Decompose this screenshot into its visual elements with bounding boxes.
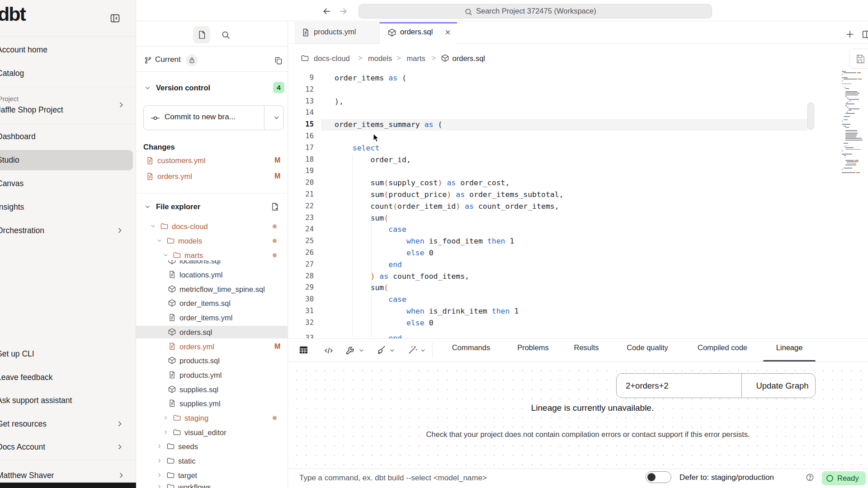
console-tab-commands[interactable]: Commands: [452, 339, 490, 357]
editor-tab-products.yml[interactable]: products.yml: [295, 22, 380, 44]
tree-item-staging[interactable]: staging: [136, 412, 288, 424]
new-file-icon[interactable]: [270, 202, 279, 211]
tree-item-supplies.sql[interactable]: supplies.sql: [136, 383, 288, 396]
minimap-line: [845, 113, 855, 114]
defer-label: Defer to: staging/production: [679, 473, 774, 482]
tree-item-marts[interactable]: marts: [136, 249, 288, 262]
sql-icon: [168, 356, 176, 365]
split-editor-icon[interactable]: [862, 29, 868, 39]
tree-item-target[interactable]: target: [136, 469, 288, 482]
tree-item-label: static: [178, 457, 196, 465]
save-button[interactable]: [849, 49, 868, 69]
file-explorer-header[interactable]: File explorer: [156, 202, 200, 211]
code-line: end: [335, 333, 402, 338]
tree-item-metricflow_time_spine.sql[interactable]: metricflow_time_spine.sql: [136, 283, 288, 296]
changed-file-row[interactable]: orders.ymlM: [136, 171, 288, 184]
tree-item-static[interactable]: static: [136, 455, 288, 467]
help-icon[interactable]: [806, 473, 814, 482]
breadcrumb-segment[interactable]: marts: [407, 54, 425, 63]
tree-item-label: order_items.sql: [179, 299, 231, 308]
changed-file-row[interactable]: customers.ymlM: [136, 155, 288, 169]
tree-item-seeds[interactable]: seeds: [136, 440, 288, 453]
sidebar-item-orchestration[interactable]: Orchestration: [0, 221, 136, 239]
sidebar-item-dashboard[interactable]: Dashboard: [0, 127, 136, 145]
chevron-down-icon[interactable]: [389, 347, 396, 354]
code-line: ),: [335, 96, 344, 108]
tree-item-orders.yml[interactable]: orders.ymlM: [136, 340, 288, 353]
code-line: ) as count_food_items,: [335, 271, 469, 282]
branch-name[interactable]: Current: [155, 55, 181, 64]
minimap-line: [842, 74, 843, 75]
version-control-header[interactable]: Version control: [156, 84, 210, 92]
table-icon[interactable]: [298, 345, 309, 355]
tree-item-label: docs-cloud: [172, 222, 208, 231]
tree-item-products.sql[interactable]: products.sql: [136, 354, 288, 367]
lineage-selector-input[interactable]: 2+orders+2: [626, 381, 669, 391]
sidebar-item-insights[interactable]: Insights: [0, 198, 136, 216]
breadcrumb-segment[interactable]: models: [368, 54, 392, 63]
commit-button[interactable]: Commit to new bra...: [143, 105, 284, 130]
editor-tab-orders.sql[interactable]: orders.sql: [380, 22, 457, 44]
breadcrumb-file[interactable]: orders.sql: [453, 54, 485, 63]
tree-item-order_items.sql[interactable]: order_items.sql: [136, 297, 288, 310]
chevron-down-icon[interactable]: [358, 347, 365, 354]
sidebar-project-name[interactable]: Jaffle Shop Project: [0, 101, 136, 119]
scrollbar-thumb[interactable]: [807, 103, 814, 130]
tree-item-visual_editor[interactable]: visual_editor: [136, 426, 288, 439]
console-tab-lineage[interactable]: Lineage: [776, 339, 803, 357]
line-number: 25: [288, 235, 314, 247]
sidebar-item-set-up-cli[interactable]: Set up CLI: [0, 345, 136, 363]
magic-wand-icon[interactable]: [407, 345, 418, 355]
commit-icon: [151, 113, 160, 123]
tree-item-locations.yml[interactable]: locations.yml: [136, 268, 288, 281]
wrench-icon[interactable]: [345, 345, 356, 355]
sidebar-item-ask-support-assistant[interactable]: Ask support assistant: [0, 391, 136, 409]
code-editor[interactable]: 9order_items as (1213),1415order_items_s…: [288, 68, 868, 338]
console-tab-results[interactable]: Results: [574, 339, 599, 357]
tree-item-workflows[interactable]: workflows: [136, 481, 288, 488]
sidebar-item-catalog[interactable]: Catalog: [0, 64, 136, 82]
command-input[interactable]: Type a command, ex. dbt build --select <…: [299, 474, 487, 483]
sql-file-icon: [387, 28, 396, 37]
search-icon[interactable]: [221, 30, 231, 40]
tree-item-supplies.yml[interactable]: supplies.yml: [136, 397, 288, 410]
sidebar-user[interactable]: Matthew Shaver: [0, 466, 136, 484]
sidebar-item-leave-feedback[interactable]: Leave feedback: [0, 368, 136, 386]
sidebar-item-studio[interactable]: Studio: [0, 150, 133, 170]
dbt-logo: dbt: [0, 3, 25, 25]
console-tab-compiled-code[interactable]: Compiled code: [698, 339, 747, 357]
tree-item-locations.sql[interactable]: locations.sql: [136, 260, 288, 267]
tree-item-models[interactable]: models: [136, 235, 288, 247]
defer-toggle[interactable]: [646, 471, 671, 483]
update-graph-button[interactable]: Update Graph: [749, 381, 816, 391]
code-icon[interactable]: [324, 346, 334, 356]
console-tab-problems[interactable]: Problems: [517, 339, 549, 357]
minimap[interactable]: [842, 71, 864, 175]
sidebar-item-canvas[interactable]: Canvas: [0, 174, 136, 192]
minimap-line: [842, 80, 843, 81]
new-tab-icon[interactable]: [845, 29, 855, 39]
tree-item-order_items.yml[interactable]: order_items.yml: [136, 311, 288, 324]
line-number: 21: [288, 189, 314, 201]
tree-item-docs-cloud[interactable]: docs-cloud: [136, 220, 288, 233]
forward-icon[interactable]: [338, 6, 349, 17]
sidebar-item-account-home[interactable]: Account home: [0, 41, 136, 59]
chevron-down-icon[interactable]: [144, 203, 151, 211]
chevron-right-icon: [162, 429, 169, 436]
tree-item-orders.sql[interactable]: orders.sql: [136, 326, 288, 338]
close-tab-icon[interactable]: [444, 28, 452, 36]
collapse-sidebar-icon[interactable]: [109, 13, 121, 24]
project-search-input[interactable]: Search Project 372475 (Workspace): [359, 4, 712, 19]
chevron-down-icon[interactable]: [144, 84, 151, 92]
minimap-line: [842, 121, 843, 122]
sidebar-item-docs-account[interactable]: Docs Account: [0, 438, 136, 456]
tree-item-products.yml[interactable]: products.yml: [136, 369, 288, 381]
clean-icon[interactable]: [377, 345, 387, 355]
sidebar-item-get-resources[interactable]: Get resources: [0, 415, 136, 433]
commit-dropdown[interactable]: [269, 114, 280, 122]
console-tab-code-quality[interactable]: Code quality: [627, 339, 668, 357]
chevron-down-icon[interactable]: [420, 347, 426, 354]
back-icon[interactable]: [321, 6, 332, 17]
breadcrumb-segment[interactable]: docs-cloud: [314, 54, 350, 63]
copy-icon[interactable]: [274, 56, 283, 65]
